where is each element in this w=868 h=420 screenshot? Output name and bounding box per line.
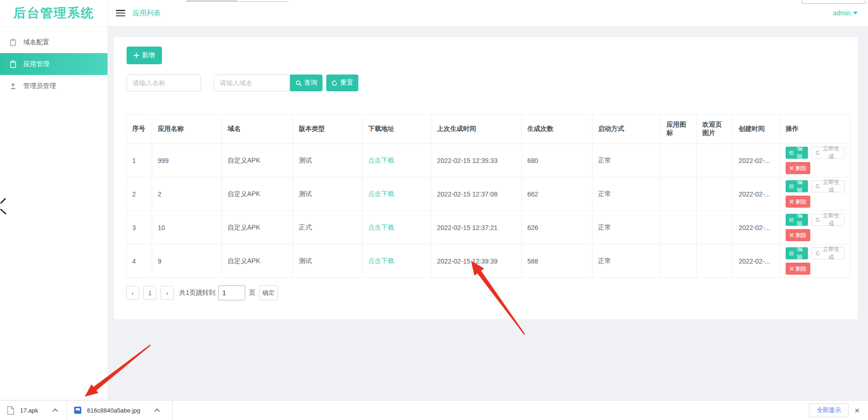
chevron-up-icon[interactable]	[154, 408, 160, 412]
download-link[interactable]: 点击下载	[368, 224, 394, 231]
cell-welcome-image	[697, 144, 733, 177]
caret-down-icon	[853, 12, 858, 14]
close-icon	[789, 199, 794, 204]
col-header: 生成次数	[522, 115, 592, 144]
chevron-up-icon[interactable]	[52, 408, 58, 412]
generate-now-button[interactable]: 立即生成	[811, 147, 845, 159]
edit-button-label: 编辑	[795, 178, 804, 194]
generate-now-button[interactable]: 立即生成	[811, 214, 845, 226]
col-header: 序号	[127, 115, 152, 144]
delete-button-label: 删除	[795, 164, 807, 172]
edit-button-label: 编辑	[795, 145, 804, 161]
page-total-text: 共1页跳转到	[179, 289, 215, 297]
edit-icon	[789, 150, 794, 156]
edit-button-label: 编辑	[795, 245, 804, 261]
delete-button-label: 删除	[795, 231, 807, 239]
col-header: 欢迎页图片	[697, 115, 733, 144]
cell-version-type: 正式	[293, 211, 363, 244]
show-all-downloads-button[interactable]: 全部显示	[809, 403, 849, 417]
download-item-apk[interactable]: 17.apk	[0, 400, 67, 420]
delete-button[interactable]: 删除	[786, 229, 810, 241]
download-item-jpg[interactable]: 616c8840a5abe.jpg	[67, 400, 172, 420]
user-dropdown[interactable]: admin	[833, 9, 858, 17]
table-row: 1 999 自定义APK 测试 点击下载 2022-02-15 12:35:33…	[127, 144, 851, 177]
sidebar-item-domain-config[interactable]: 域名配置	[0, 31, 108, 53]
sidebar-item-app-management[interactable]: 应用管理	[0, 53, 108, 75]
cell-boot-mode: 正常	[592, 211, 661, 244]
page-title: 应用列表	[133, 9, 161, 18]
cell-actions: 编辑 立即生成 删除	[780, 177, 851, 211]
prev-page-button[interactable]: ‹	[126, 286, 139, 300]
jump-page-input[interactable]	[218, 285, 245, 300]
refresh-icon	[815, 217, 820, 223]
cell-no: 1	[127, 144, 152, 177]
name-input[interactable]	[127, 75, 201, 91]
cell-created-time: 2022-02-...	[733, 144, 780, 177]
delete-button[interactable]: 删除	[786, 196, 810, 208]
delete-button-label: 删除	[795, 265, 807, 273]
cell-download: 点击下载	[363, 244, 431, 278]
cell-download: 点击下载	[363, 144, 431, 177]
cell-boot-mode: 正常	[592, 144, 661, 177]
col-header: 启动方式	[592, 115, 661, 144]
generate-now-button[interactable]: 立即生成	[811, 180, 845, 192]
cell-created-time: 2022-02-...	[733, 244, 780, 278]
col-header: 下载地址	[363, 115, 431, 144]
cell-app-name: 999	[152, 144, 222, 177]
reset-button-label: 重置	[340, 79, 353, 87]
cell-app-icon	[661, 144, 697, 177]
refresh-icon	[815, 251, 820, 256]
reset-button[interactable]: 重置	[326, 75, 358, 91]
hamburger-menu-icon[interactable]	[116, 10, 125, 16]
edit-button[interactable]: 编辑	[786, 180, 808, 192]
delete-button[interactable]: 删除	[786, 162, 810, 174]
table-row: 2 2 自定义APK 测试 点击下载 2022-02-15 12:37:08 6…	[127, 177, 851, 211]
cell-domain: 自定义APK	[222, 244, 293, 278]
close-download-bar-icon[interactable]: ×	[855, 406, 860, 415]
cell-welcome-image	[697, 177, 733, 211]
cell-created-time: 2022-02-...	[733, 177, 780, 211]
page-number-button[interactable]: 1	[143, 286, 156, 300]
delete-button[interactable]: 删除	[786, 263, 810, 275]
cell-domain: 自定义APK	[222, 177, 293, 211]
cell-actions: 编辑 立即生成 删除	[780, 211, 851, 244]
cell-welcome-image	[697, 244, 733, 278]
confirm-jump-button[interactable]: 确定	[259, 285, 278, 300]
plus-icon	[134, 53, 139, 58]
cell-domain: 自定义APK	[222, 211, 293, 244]
cell-app-name: 9	[152, 244, 222, 278]
cell-last-generated: 2022-02-15 12:37:08	[431, 177, 522, 211]
edit-button[interactable]: 编辑	[786, 247, 808, 259]
edit-button[interactable]: 编辑	[786, 214, 808, 226]
cell-generate-count: 626	[522, 211, 592, 244]
user-icon	[9, 82, 17, 90]
cell-no: 4	[127, 244, 152, 278]
download-link[interactable]: 点击下载	[368, 190, 394, 197]
generate-now-button[interactable]: 立即生成	[811, 247, 845, 259]
cell-created-time: 2022-02-...	[733, 211, 780, 244]
table-header-row: 序号 应用名称 域名 版本类型 下载地址 上次生成时间 生成次数 启动方式 应用…	[127, 115, 851, 144]
next-page-button[interactable]: ›	[161, 286, 174, 300]
col-header: 上次生成时间	[431, 115, 522, 144]
refresh-icon	[815, 150, 820, 156]
divider	[172, 400, 173, 420]
download-link[interactable]: 点击下载	[368, 257, 394, 264]
cell-version-type: 测试	[293, 177, 363, 211]
col-header: 创建时间	[733, 115, 780, 144]
generate-button-label: 立即生成	[821, 245, 841, 261]
sidebar-item-admin-management[interactable]: 管理员管理	[0, 75, 108, 97]
search-button[interactable]: 查询	[290, 75, 323, 91]
edit-icon	[789, 217, 794, 223]
download-link[interactable]: 点击下载	[368, 156, 394, 164]
add-button[interactable]: 新增	[127, 47, 162, 64]
close-icon	[789, 233, 794, 237]
cell-actions: 编辑 立即生成 删除	[780, 244, 851, 278]
cell-generate-count: 588	[522, 244, 592, 278]
cell-generate-count: 662	[522, 177, 592, 211]
close-icon	[789, 166, 794, 170]
generate-button-label: 立即生成	[821, 212, 841, 228]
app-list-panel: 新增 查询 重置	[114, 37, 858, 319]
edit-button[interactable]: 编辑	[786, 147, 808, 159]
username: admin	[833, 9, 851, 17]
domain-input[interactable]	[214, 75, 289, 91]
